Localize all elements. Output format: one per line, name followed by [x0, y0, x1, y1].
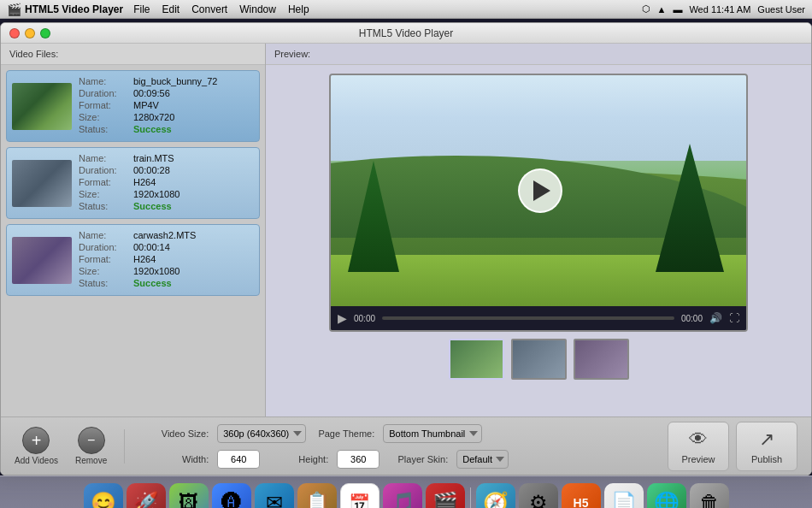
file-list: Name: big_buck_bunny_72 Duration: 00:09:… [1, 65, 265, 416]
minimize-button[interactable] [25, 28, 35, 38]
add-label: Add Videos [15, 456, 58, 465]
app-icon: 🎬 [7, 3, 21, 16]
photos-icon: 🖼 [179, 491, 199, 509]
thumb-strip-1[interactable] [449, 339, 504, 380]
preview-button[interactable]: 👁 Preview [668, 422, 729, 471]
file-item-3[interactable]: Name: carwash2.MTS Duration: 00:00:14 Fo… [6, 224, 260, 296]
dock-launchpad[interactable]: 🚀 [127, 483, 166, 509]
video-screen [331, 75, 748, 306]
fullscreen-icon[interactable]: ⛶ [729, 312, 739, 324]
width-input[interactable] [217, 450, 260, 469]
height-input[interactable] [337, 450, 380, 469]
file-item-1[interactable]: Name: big_buck_bunny_72 Duration: 00:09:… [6, 70, 260, 142]
play-triangle [533, 180, 550, 201]
dock-mail[interactable]: ✉ [255, 483, 294, 509]
size-2: 1920x1080 [133, 189, 179, 199]
mail-icon: ✉ [266, 491, 283, 509]
movies-icon: 🎬 [432, 491, 458, 509]
dock-movies[interactable]: 🎬 [426, 483, 465, 509]
width-label: Width: [149, 454, 209, 464]
remove-label: Remove [75, 456, 107, 465]
safari-icon: 🧭 [483, 491, 509, 509]
dock-photos[interactable]: 🖼 [169, 483, 209, 509]
add-button[interactable]: + [22, 427, 50, 454]
settings-icon: ⚙ [529, 491, 548, 509]
files-header: Video Files: [1, 44, 265, 65]
video-size-label: Video Size: [149, 428, 209, 439]
action-buttons: 👁 Preview ↗ Publish [668, 422, 797, 471]
play-control[interactable]: ▶ [338, 311, 347, 325]
appstore-icon: 🅐 [221, 491, 242, 509]
page-theme-select[interactable]: Bottom Thumbnail [383, 424, 482, 443]
format-3: H264 [133, 254, 156, 264]
itunes-icon: 🎵 [390, 491, 415, 509]
dock-appstore[interactable]: 🅐 [212, 483, 251, 509]
status-2: Success [133, 201, 172, 211]
thumb-strip-3[interactable] [574, 339, 629, 380]
status-3: Success [133, 278, 172, 288]
format-2: H264 [133, 177, 156, 187]
main-content: Video Files: Name: big_buck_bunny_72 Dur… [1, 44, 811, 416]
app-name: HTML5 Video Player [25, 3, 123, 15]
html5-icon: H5 [574, 496, 589, 509]
bottom-toolbar: + Add Videos − Remove Video Size: 360p (… [1, 416, 811, 475]
battery-icon: ▬ [673, 4, 682, 15]
file-info-2: Name: train.MTS Duration: 00:00:28 Forma… [79, 153, 254, 213]
remove-button[interactable]: − [78, 427, 105, 454]
video-size-select[interactable]: 360p (640x360) [217, 424, 306, 443]
status-1: Success [133, 124, 172, 134]
close-button[interactable] [9, 28, 20, 38]
player-skin-select[interactable]: Default [456, 450, 509, 469]
menu-convert[interactable]: Convert [191, 3, 227, 15]
wifi-icon: ▲ [657, 4, 667, 15]
clock-display: Wed 11:41 AM [689, 4, 750, 15]
play-button[interactable] [518, 168, 562, 213]
video-controls: ▶ 00:00 00:00 🔊 ⛶ [331, 306, 746, 330]
user-name[interactable]: Guest User [757, 4, 805, 15]
launchpad-icon: 🚀 [133, 491, 159, 509]
maximize-button[interactable] [40, 28, 50, 38]
add-remove-group: + Add Videos − Remove [15, 427, 107, 465]
dock-html5player[interactable]: H5 [562, 483, 601, 509]
trash-icon: 🗑 [699, 491, 720, 509]
add-videos-group[interactable]: + Add Videos [15, 427, 58, 465]
progress-bar[interactable] [382, 316, 674, 320]
window-controls[interactable] [9, 28, 50, 38]
dock-trash[interactable]: 🗑 [690, 483, 729, 509]
dock-finder[interactable]: 😊 [84, 483, 123, 509]
bluetooth-icon: ⬡ [642, 3, 650, 15]
filename-1: big_buck_bunny_72 [133, 76, 217, 86]
dock-network[interactable]: 🌐 [647, 483, 686, 509]
time-total: 00:00 [681, 314, 703, 323]
filename-3: carwash2.MTS [133, 230, 196, 240]
size-3: 1920x1080 [133, 266, 179, 276]
dock-textedit[interactable]: 📄 [604, 483, 644, 509]
textedit-icon: 📄 [611, 491, 637, 509]
remove-group[interactable]: − Remove [75, 427, 107, 465]
page-theme-label: Page Theme: [315, 428, 374, 439]
menu-window[interactable]: Window [239, 3, 276, 15]
settings-row-2: Width: Height: Player Skin: Default [149, 450, 657, 469]
settings-row-1: Video Size: 360p (640x360) Page Theme: B… [149, 424, 657, 443]
volume-icon[interactable]: 🔊 [709, 312, 722, 324]
file-thumbnail-1 [12, 83, 72, 130]
preview-icon: 👁 [689, 428, 708, 451]
filename-2: train.MTS [133, 153, 174, 163]
menu-help[interactable]: Help [288, 3, 309, 15]
dock-safari[interactable]: 🧭 [476, 483, 515, 509]
file-item-2[interactable]: Name: train.MTS Duration: 00:00:28 Forma… [6, 147, 260, 219]
menu-edit[interactable]: Edit [162, 3, 180, 15]
menu-right: ⬡ ▲ ▬ Wed 11:41 AM Guest User [642, 3, 805, 15]
dock-separator [470, 487, 471, 509]
dock-settings[interactable]: ⚙ [519, 483, 558, 509]
file-info-1: Name: big_buck_bunny_72 Duration: 00:09:… [79, 76, 254, 136]
thumb-strip-2[interactable] [511, 339, 567, 380]
calendar-icon: 📅 [349, 493, 370, 509]
dock-contacts[interactable]: 📋 [297, 483, 337, 509]
publish-button[interactable]: ↗ Publish [736, 422, 797, 471]
menu-file[interactable]: File [133, 3, 150, 15]
dock-calendar[interactable]: 📅 [340, 483, 380, 509]
duration-1: 00:09:56 [133, 88, 170, 98]
window-title: HTML5 Video Player [359, 27, 454, 39]
dock-itunes[interactable]: 🎵 [383, 483, 422, 509]
